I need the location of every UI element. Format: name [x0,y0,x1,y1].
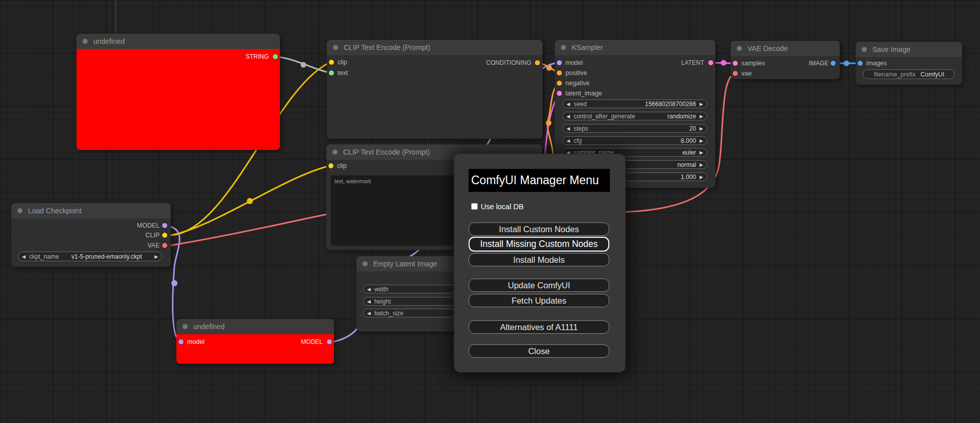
decrement-arrow-icon[interactable]: ◀ [367,299,371,304]
increment-arrow-icon[interactable]: ▶ [700,102,703,107]
widget-label: width [374,286,389,293]
slot-dot-images[interactable] [858,61,863,66]
increment-arrow-icon[interactable]: ▶ [700,150,703,155]
slot-dot-image[interactable] [831,61,836,66]
node-title-bar[interactable]: undefined [76,34,280,49]
widget-label: control_after_generate [574,113,635,120]
node-title-bar[interactable]: Load Checkpoint [11,203,171,218]
widget-label: filename_prefix [874,71,915,78]
node-title: CLIP Text Encode (Prompt) [343,148,430,156]
install-models-button[interactable]: Install Models [469,253,609,266]
collapse-dot-icon[interactable] [17,208,22,213]
fetch-updates-button[interactable]: Fetch Updates [469,294,609,307]
link-dot-string[interactable] [301,62,306,68]
slot-dot-clip[interactable] [162,233,167,238]
slot-dot-text[interactable] [329,70,334,76]
widget-value: 20 [689,125,696,132]
slot-dot-vae[interactable] [162,243,167,248]
link-dot-latent[interactable] [721,60,727,66]
widget-ckpt-name[interactable]: ◀ ckpt_name v1-5-pruned-emaonly.ckpt ▶ [18,252,162,261]
widget-value: normal [677,161,696,168]
decrement-arrow-icon[interactable]: ◀ [566,114,570,119]
node-clip-text-encode-1[interactable]: CLIP Text Encode (Prompt) clip text COND… [327,40,543,139]
input-label: images [866,60,887,67]
widget-seed[interactable]: ◀ seed 156680208700286 ▶ [562,99,707,108]
decrement-arrow-icon[interactable]: ◀ [566,102,570,107]
input-label: text [338,69,348,77]
use-local-db-checkbox[interactable] [471,203,478,210]
slot-dot-clip[interactable] [328,163,333,168]
node-title-bar[interactable]: VAE Decode [731,41,840,56]
decrement-arrow-icon[interactable]: ◀ [367,311,371,316]
slot-dot-model[interactable] [178,339,184,344]
collapse-dot-icon[interactable] [333,45,338,50]
close-button[interactable]: Close [469,344,609,358]
decrement-arrow-icon[interactable]: ◀ [566,126,570,131]
widget-steps[interactable]: ◀ steps 20 ▶ [562,124,707,133]
node-title: Empty Latent Image [373,260,437,268]
collapse-dot-icon[interactable] [363,261,368,266]
slot-dot-positive[interactable] [557,70,562,76]
collapse-dot-icon[interactable] [862,47,867,52]
node-title-bar[interactable]: undefined [176,319,334,334]
install-custom-nodes-button[interactable]: Install Custom Nodes [469,222,609,236]
slot-dot-vae[interactable] [733,71,738,76]
node-undefined-top[interactable]: undefined STRING [76,34,280,150]
alternatives-of-a1111-button[interactable]: Alternatives of A1111 [469,320,609,334]
decrement-arrow-icon[interactable]: ◀ [22,254,25,259]
node-undefined-bottom[interactable]: undefined model MODEL [176,319,334,364]
node-load-checkpoint[interactable]: Load Checkpoint MODEL CLIP VAE ◀ ckpt_na… [11,203,171,267]
node-title-bar[interactable]: KSampler [555,40,715,55]
input-slot-images: images [856,58,962,68]
link-dot-image[interactable] [844,61,849,66]
link-dot-conditioning-positive[interactable] [547,65,552,71]
decrement-arrow-icon[interactable]: ◀ [367,287,371,292]
manager-menu-dialog: ComfyUI Manager Menu Use local DB Instal… [454,154,626,372]
node-vae-decode[interactable]: VAE Decode samples vae IMAGE [731,41,840,79]
link-dot-clip[interactable] [247,198,253,204]
decrement-arrow-icon[interactable]: ◀ [566,138,570,143]
widget-filename-prefix[interactable]: filename_prefix ComfyUI [863,69,955,79]
wire-clip-to-negative-prompt[interactable] [171,166,330,235]
increment-arrow-icon[interactable]: ▶ [154,254,158,259]
comfyui-canvas[interactable]: { "icons": { "left_arrow": "◀", "right_a… [0,0,980,423]
input-slot-model: model MODEL [176,337,334,347]
input-slot-latent-image: latent_image [555,88,715,98]
node-title-bar[interactable]: Save Image [856,42,962,57]
input-label: negative [565,80,589,87]
slot-dot-model-out[interactable] [327,339,332,344]
slot-dot-conditioning[interactable] [535,60,540,65]
node-title: undefined [193,322,225,331]
input-label: model [187,338,204,345]
increment-arrow-icon[interactable]: ▶ [700,175,703,180]
collapse-dot-icon[interactable] [332,150,338,155]
collapse-dot-icon[interactable] [83,39,88,44]
slot-dot-negative[interactable] [557,81,562,86]
slot-dot-latent[interactable] [708,60,713,65]
output-label: MODEL [301,338,323,345]
collapse-dot-icon[interactable] [737,46,742,51]
widget-label: batch_size [374,310,403,317]
update-comfyui-button[interactable]: Update ComfyUI [469,279,609,292]
increment-arrow-icon[interactable]: ▶ [700,138,703,143]
output-label: CONDITIONING [486,59,531,66]
slot-dot-string[interactable] [273,54,278,59]
increment-arrow-icon[interactable]: ▶ [700,162,703,167]
slot-dot-latent-image[interactable] [557,91,562,96]
use-local-db-label: Use local DB [481,203,524,211]
increment-arrow-icon[interactable]: ▶ [700,114,703,119]
slot-dot-model[interactable] [162,223,167,228]
node-save-image[interactable]: Save Image images filename_prefix ComfyU… [856,42,962,85]
widget-control-after-generate[interactable]: ◀ control_after_generate randomize ▶ [562,112,707,120]
collapse-dot-icon[interactable] [183,324,188,329]
widget-value: 8.000 [681,137,696,144]
link-dot-model[interactable] [171,280,177,286]
link-dot-conditioning-negative[interactable] [546,120,552,126]
node-title-bar[interactable]: CLIP Text Encode (Prompt) [327,40,543,55]
install-missing-custom-nodes-button[interactable]: Install Missing Custom Nodes [469,237,609,252]
wire-string-to-text[interactable] [275,57,330,73]
widget-cfg[interactable]: ◀ cfg 8.000 ▶ [562,136,707,145]
collapse-dot-icon[interactable] [561,45,566,50]
increment-arrow-icon[interactable]: ▶ [700,126,703,131]
widget-value: 1.000 [681,173,696,181]
